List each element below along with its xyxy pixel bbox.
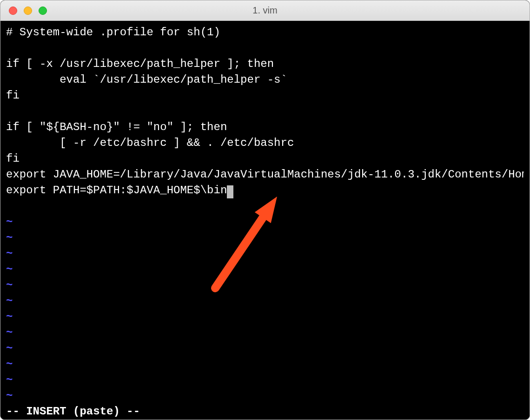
- vim-empty-line: ~: [6, 230, 524, 246]
- window-title: 1. vim: [0, 5, 530, 16]
- vim-empty-line: ~: [6, 325, 524, 341]
- code-line: if [ -x /usr/libexec/path_helper ]; then: [6, 56, 524, 72]
- cursor: [227, 185, 233, 198]
- code-line: fi: [6, 88, 524, 104]
- close-button[interactable]: [9, 7, 17, 15]
- vim-status-line: -- INSERT (paste) --: [6, 404, 524, 420]
- vim-empty-line: ~: [6, 214, 524, 230]
- vim-empty-line: ~: [6, 388, 524, 404]
- vim-editor-area[interactable]: # System-wide .profile for sh(1) if [ -x…: [6, 25, 524, 404]
- code-line: [6, 40, 524, 56]
- code-line-blank: [6, 198, 524, 214]
- code-line: [6, 104, 524, 119]
- code-line: fi: [6, 151, 524, 167]
- vim-empty-line: ~: [6, 277, 524, 293]
- vim-empty-line: ~: [6, 372, 524, 388]
- vim-empty-line: ~: [6, 341, 524, 356]
- vim-empty-line: ~: [6, 356, 524, 372]
- terminal-body[interactable]: # System-wide .profile for sh(1) if [ -x…: [0, 21, 530, 420]
- terminal-window: 1. vim # System-wide .profile for sh(1) …: [0, 0, 530, 420]
- titlebar[interactable]: 1. vim: [0, 0, 530, 21]
- code-line: eval `/usr/libexec/path_helper -s`: [6, 72, 524, 88]
- code-line: export PATH=$PATH:$JAVA_HOME$\bin: [6, 183, 524, 198]
- vim-empty-line: ~: [6, 293, 524, 309]
- code-line: if [ "${BASH-no}" != "no" ]; then: [6, 119, 524, 135]
- vim-empty-line: ~: [6, 262, 524, 277]
- traffic-lights: [9, 7, 47, 15]
- code-line: export JAVA_HOME=/Library/Java/JavaVirtu…: [6, 167, 524, 183]
- vim-empty-line: ~: [6, 309, 524, 325]
- vim-empty-line: ~: [6, 246, 524, 262]
- minimize-button[interactable]: [24, 7, 32, 15]
- code-line: [ -r /etc/bashrc ] && . /etc/bashrc: [6, 135, 524, 151]
- maximize-button[interactable]: [39, 7, 47, 15]
- code-line: # System-wide .profile for sh(1): [6, 25, 524, 40]
